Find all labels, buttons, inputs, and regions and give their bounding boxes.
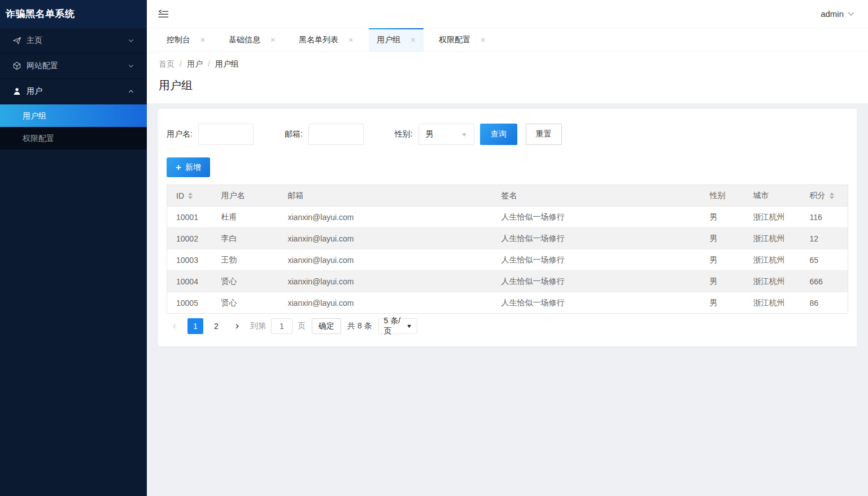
cell-city: 浙江杭州 xyxy=(744,271,801,292)
breadcrumb-user: 用户 xyxy=(187,59,203,68)
column-id[interactable]: ID xyxy=(167,185,212,207)
tab-permission[interactable]: 权限配置 ✕ xyxy=(431,28,494,51)
cell-city: 浙江杭州 xyxy=(744,292,801,314)
confirm-button[interactable]: 确定 xyxy=(312,318,341,334)
column-score[interactable]: 积分 xyxy=(801,185,848,207)
sort-icon[interactable] xyxy=(830,192,834,199)
close-icon[interactable]: ✕ xyxy=(348,37,354,43)
cell-id: 10001 xyxy=(167,207,212,228)
tab-blacklist[interactable]: 黑名单列表 ✕ xyxy=(291,28,361,51)
goto-label: 到第 xyxy=(250,321,266,331)
email-input[interactable] xyxy=(308,124,364,145)
chevron-up-icon xyxy=(128,88,134,95)
cell-score: 12 xyxy=(801,228,848,249)
cell-username: 贤心 xyxy=(212,292,279,314)
gender-value: 男 xyxy=(426,129,434,139)
table-row: 10002 李白 xianxin@layui.com 人生恰似一场修行 男 浙江… xyxy=(167,228,848,249)
close-icon[interactable]: ✕ xyxy=(200,37,206,43)
sidebar-item-label: 网站配置 xyxy=(27,61,58,71)
cell-gender: 男 xyxy=(701,228,744,249)
gender-select[interactable]: 男 ▼ xyxy=(418,124,474,145)
app-root: 诈骗黑名单系统 主页 网站配置 xyxy=(0,0,868,496)
cell-id: 10004 xyxy=(167,271,212,292)
cell-gender: 男 xyxy=(701,271,744,292)
content-body: 用户名: 邮箱: 性别: 男 ▼ 查询 重置 + 新增 xyxy=(147,103,868,496)
main-area: admin 控制台 ✕ 基础信息 ✕ 黑名单列表 ✕ 用户组 ✕ 权限配置 xyxy=(147,0,868,496)
close-icon[interactable]: ✕ xyxy=(480,37,486,43)
breadcrumb-separator: / xyxy=(180,59,182,68)
sidebar-submenu-user: 用户组 权限配置 xyxy=(0,104,147,150)
close-icon[interactable]: ✕ xyxy=(410,37,416,43)
search-button[interactable]: 查询 xyxy=(480,124,517,145)
column-username: 用户名 xyxy=(212,185,279,207)
cell-signature: 人生恰似一场修行 xyxy=(492,271,701,292)
chevron-down-icon xyxy=(128,37,134,44)
cell-username: 王勃 xyxy=(212,249,279,271)
plus-icon: + xyxy=(176,163,181,172)
paper-plane-icon xyxy=(12,36,21,45)
username-label: 用户名: xyxy=(167,129,193,139)
close-icon[interactable]: ✕ xyxy=(270,37,276,43)
collapse-menu-icon[interactable] xyxy=(158,10,169,19)
cell-score: 666 xyxy=(801,271,848,292)
chevron-down-icon xyxy=(128,63,134,69)
tab-label: 黑名单列表 xyxy=(299,35,338,45)
cell-username: 杜甫 xyxy=(212,207,279,228)
pagination: ‹ 1 2 › 到第 页 确定 共 8 条 5 条/页 ▼ xyxy=(167,318,848,334)
cell-id: 10003 xyxy=(167,249,212,271)
cell-gender: 男 xyxy=(701,249,744,271)
cell-score: 86 xyxy=(801,292,848,314)
sidebar-item-usergroup[interactable]: 用户组 xyxy=(0,104,147,127)
user-name: admin xyxy=(821,9,844,19)
table-row: 10001 杜甫 xianxin@layui.com 人生恰似一场修行 男 浙江… xyxy=(167,207,848,228)
tab-basic-info[interactable]: 基础信息 ✕ xyxy=(221,28,283,51)
sidebar-item-permission[interactable]: 权限配置 xyxy=(0,127,147,150)
page-header: 首页/用户/用户组 用户组 xyxy=(147,52,868,103)
sort-icon[interactable] xyxy=(188,192,193,199)
top-header: admin xyxy=(147,0,868,28)
page-button-2[interactable]: 2 xyxy=(208,318,224,334)
cell-id: 10005 xyxy=(167,292,212,314)
email-label: 邮箱: xyxy=(285,129,303,139)
content-card: 用户名: 邮箱: 性别: 男 ▼ 查询 重置 + 新增 xyxy=(158,109,857,346)
cell-username: 李白 xyxy=(212,228,279,249)
column-signature: 签名 xyxy=(492,185,701,207)
table-row: 10003 王勃 xianxin@layui.com 人生恰似一场修行 男 浙江… xyxy=(167,249,848,271)
total-count-label: 共 8 条 xyxy=(347,321,372,331)
cell-signature: 人生恰似一场修行 xyxy=(492,228,701,249)
per-page-select[interactable]: 5 条/页 ▼ xyxy=(378,318,417,334)
table-row: 10005 贤心 xianxin@layui.com 人生恰似一场修行 男 浙江… xyxy=(167,292,848,314)
sidebar-item-home[interactable]: 主页 xyxy=(0,28,147,54)
filter-form: 用户名: 邮箱: 性别: 男 ▼ 查询 重置 xyxy=(167,124,848,145)
cube-icon xyxy=(12,62,21,71)
cell-score: 65 xyxy=(801,249,848,271)
breadcrumb-current: 用户组 xyxy=(215,59,239,68)
cell-signature: 人生恰似一场修行 xyxy=(492,292,701,314)
cell-city: 浙江杭州 xyxy=(744,228,801,249)
sidebar-item-site-config[interactable]: 网站配置 xyxy=(0,54,147,79)
breadcrumb-separator: / xyxy=(208,59,210,68)
tab-label: 权限配置 xyxy=(439,35,470,45)
tab-label: 基础信息 xyxy=(229,35,260,45)
prev-page-button[interactable]: ‹ xyxy=(167,318,182,334)
chevron-down-icon xyxy=(848,11,854,16)
add-button[interactable]: + 新增 xyxy=(167,157,210,177)
tab-usergroup[interactable]: 用户组 ✕ xyxy=(369,28,424,51)
tab-console[interactable]: 控制台 ✕ xyxy=(159,28,213,51)
next-page-button[interactable]: › xyxy=(229,318,245,334)
cell-signature: 人生恰似一场修行 xyxy=(492,207,701,228)
page-button-1[interactable]: 1 xyxy=(187,318,203,334)
reset-button[interactable]: 重置 xyxy=(526,124,562,145)
sidebar-item-user[interactable]: 用户 xyxy=(0,79,147,104)
sidebar: 诈骗黑名单系统 主页 网站配置 xyxy=(0,0,147,496)
goto-page-input[interactable] xyxy=(271,318,293,334)
cell-email: xianxin@layui.com xyxy=(279,228,492,249)
user-menu[interactable]: admin xyxy=(821,9,854,19)
tabs-bar: 控制台 ✕ 基础信息 ✕ 黑名单列表 ✕ 用户组 ✕ 权限配置 ✕ xyxy=(147,28,868,52)
breadcrumb-home[interactable]: 首页 xyxy=(159,59,175,68)
cell-email: xianxin@layui.com xyxy=(279,249,492,271)
username-input[interactable] xyxy=(198,124,254,145)
column-city: 城市 xyxy=(744,185,801,207)
caret-down-icon: ▼ xyxy=(461,131,468,138)
page-title: 用户组 xyxy=(159,78,868,93)
